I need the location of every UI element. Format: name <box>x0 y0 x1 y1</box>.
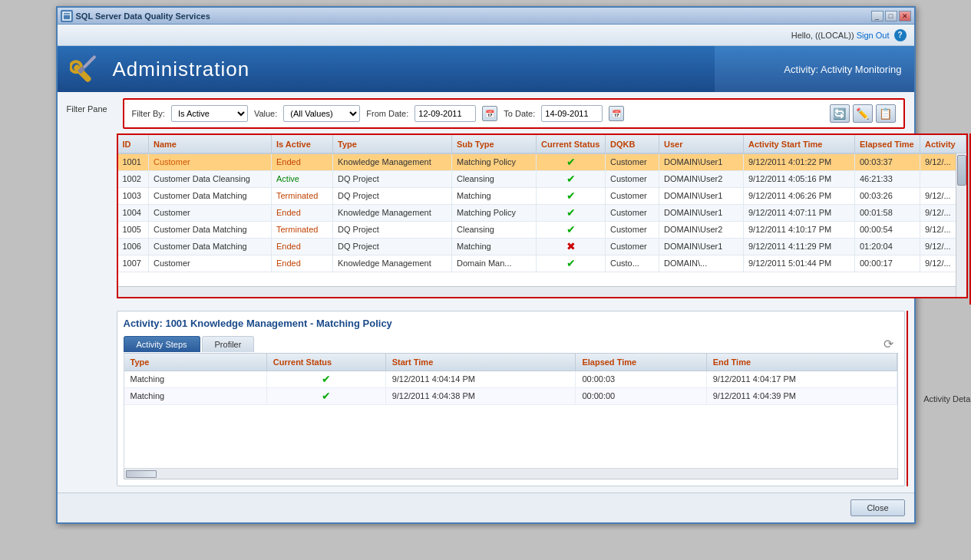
header-logo-area: Administration <box>58 46 272 92</box>
cell-id: 1003 <box>118 187 149 204</box>
cell-elapsed: 00:00:17 <box>855 255 920 272</box>
detail-status-check-icon: ✔ <box>322 373 331 385</box>
col-activity: Activity <box>920 135 966 153</box>
detail-cell-start: 9/12/2011 4:04:14 PM <box>385 371 576 387</box>
col-sub-type: Sub Type <box>452 135 537 153</box>
value-select[interactable]: (All Values) <box>283 105 360 122</box>
details-refresh-icon[interactable]: ⟳ <box>879 335 898 353</box>
cell-name: Customer Data Matching <box>149 221 272 238</box>
app-icon <box>61 10 73 22</box>
filter-by-label: Filter By: <box>132 109 165 118</box>
close-button[interactable]: Close <box>850 499 904 516</box>
header-breadcrumb: Activity: Activity Monitoring <box>715 46 914 92</box>
detail-status-check-icon: ✔ <box>322 390 331 402</box>
cell-start-time: 9/12/2011 4:06:26 PM <box>744 187 855 204</box>
cell-elapsed: 00:03:37 <box>855 153 920 170</box>
scrollbar-thumb <box>957 155 966 186</box>
cell-user: DOMAIN\... <box>659 255 744 272</box>
activity-table-header: ID Name Is Active Type Sub Type Current … <box>118 135 966 153</box>
cell-sub-type: Matching <box>452 238 537 255</box>
tab-profiler[interactable]: Profiler <box>202 336 255 352</box>
detail-cell-type: Matching <box>124 371 267 387</box>
cell-sub-type: Matching Policy <box>452 204 537 221</box>
details-horizontal-scrollbar[interactable] <box>126 470 157 478</box>
close-window-button[interactable]: ✕ <box>899 11 911 21</box>
detail-col-end: End Time <box>706 354 897 371</box>
col-status: Current Status <box>537 135 606 153</box>
detail-cell-status: ✔ <box>266 387 385 404</box>
filter-by-select[interactable]: Is Active All <box>171 105 248 122</box>
title-bar-text: SQL Server Data Quality Services <box>76 12 871 21</box>
vertical-scrollbar[interactable] <box>956 153 966 297</box>
cell-start-time: 9/12/2011 4:07:11 PM <box>744 204 855 221</box>
filter-pane-label: Filter Pane <box>67 104 117 114</box>
status-check-icon: ✔ <box>566 189 576 202</box>
refresh-button[interactable]: 🔄 <box>830 104 850 123</box>
activity-table-row[interactable]: 1003 Customer Data Matching Terminated D… <box>118 187 966 204</box>
cell-is-active: Active <box>272 170 333 187</box>
activity-table-row[interactable]: 1006 Customer Data Matching Ended DQ Pro… <box>118 238 966 255</box>
to-date-label: To Date: <box>504 109 535 118</box>
cell-status: ✔ <box>537 170 606 187</box>
cell-elapsed: 00:03:26 <box>855 187 920 204</box>
activity-table-row[interactable]: 1007 Customer Ended Knowledge Management… <box>118 255 966 272</box>
cell-user: DOMAIN\User1 <box>659 238 744 255</box>
status-check-icon: ✔ <box>566 257 576 269</box>
cell-type: DQ Project <box>333 187 452 204</box>
activity-details-grid-label: Activity Details Grid <box>923 394 971 404</box>
detail-col-start: Start Time <box>385 354 576 371</box>
activity-table-row[interactable]: 1001 Customer Ended Knowledge Management… <box>118 153 966 170</box>
detail-col-status: Current Status <box>266 354 385 371</box>
cell-type: Knowledge Management <box>333 153 452 170</box>
from-date-calendar-button[interactable]: 📅 <box>482 106 497 121</box>
filter-pane: Filter By: Is Active All Value: (All Val… <box>123 98 905 129</box>
minimize-button[interactable]: _ <box>871 11 883 21</box>
horizontal-scrollbar[interactable] <box>118 286 956 297</box>
cell-is-active: Ended <box>272 255 333 272</box>
cell-name: Customer <box>149 255 272 272</box>
from-date-input[interactable] <box>414 105 476 122</box>
maximize-button[interactable]: □ <box>885 11 897 21</box>
detail-cell-start: 9/12/2011 4:04:38 PM <box>385 387 576 404</box>
col-user: User <box>659 135 744 153</box>
detail-col-type: Type <box>124 354 267 371</box>
sign-out-link[interactable]: Sign Out <box>857 31 890 40</box>
detail-cell-elapsed: 00:00:03 <box>576 371 706 387</box>
details-table: Type Current Status Start Time Elapsed T… <box>124 354 897 405</box>
detail-cell-type: Matching <box>124 387 267 404</box>
activity-table-row[interactable]: 1002 Customer Data Cleansing Active DQ P… <box>118 170 966 187</box>
status-check-icon: ✔ <box>566 156 576 168</box>
cell-user: DOMAIN\User1 <box>659 153 744 170</box>
cell-is-active: Ended <box>272 204 333 221</box>
export-button[interactable]: 📋 <box>876 104 896 123</box>
edit-button[interactable]: ✏️ <box>853 104 873 123</box>
to-date-calendar-button[interactable]: 📅 <box>609 106 624 121</box>
cell-id: 1004 <box>118 204 149 221</box>
breadcrumb-text: Activity: Activity Monitoring <box>784 64 901 75</box>
details-table-header: Type Current Status Start Time Elapsed T… <box>124 354 897 371</box>
cell-sub-type: Domain Man... <box>452 255 537 272</box>
details-table-row[interactable]: Matching ✔ 9/12/2011 4:04:14 PM 00:00:03… <box>124 371 897 387</box>
activity-table-row[interactable]: 1005 Customer Data Matching Terminated D… <box>118 221 966 238</box>
detail-cell-elapsed: 00:00:00 <box>576 387 706 404</box>
tab-activity-steps[interactable]: Activity Steps <box>124 336 200 352</box>
details-table-row[interactable]: Matching ✔ 9/12/2011 4:04:38 PM 00:00:00… <box>124 387 897 404</box>
svg-rect-0 <box>63 12 71 20</box>
col-name: Name <box>149 135 272 153</box>
value-label: Value: <box>254 109 277 118</box>
main-window: SQL Server Data Quality Services _ □ ✕ H… <box>56 6 916 524</box>
detail-cell-end: 9/12/2011 4:04:17 PM <box>706 371 897 387</box>
to-date-input[interactable] <box>541 105 603 122</box>
cell-start-time: 9/12/2011 4:05:16 PM <box>744 170 855 187</box>
cell-status: ✖ <box>537 238 606 255</box>
details-title: Activity: 1001 Knowledge Management - Ma… <box>124 318 898 329</box>
cell-sub-type: Matching Policy <box>452 153 537 170</box>
activity-table-row[interactable]: 1004 Customer Ended Knowledge Management… <box>118 204 966 221</box>
detail-cell-status: ✔ <box>266 371 385 387</box>
header-title: Administration <box>113 58 250 81</box>
cell-status: ✔ <box>537 204 606 221</box>
details-grid-border-line <box>907 311 908 486</box>
help-icon[interactable]: ? <box>894 29 907 41</box>
cell-dqkb: Custo... <box>606 255 659 272</box>
col-dqkb: DQKB <box>606 135 659 153</box>
